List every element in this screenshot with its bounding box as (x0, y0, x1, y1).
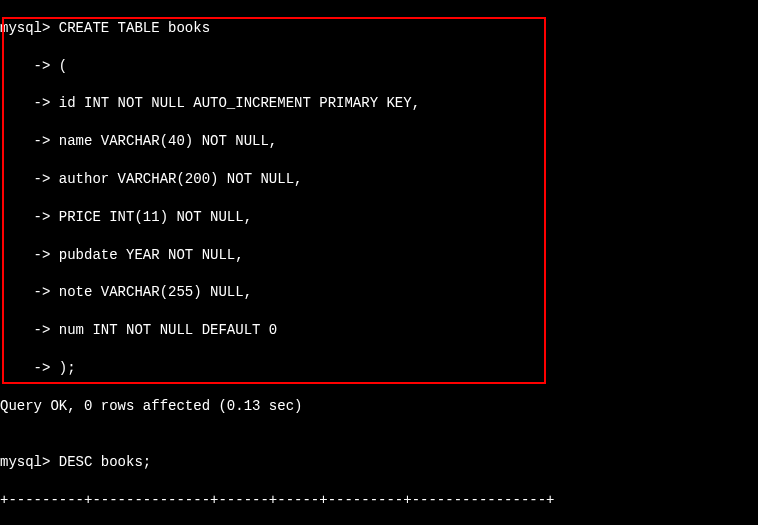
create-table-line: -> id INT NOT NULL AUTO_INCREMENT PRIMAR… (0, 94, 758, 113)
table-separator: +---------+--------------+------+-----+-… (0, 491, 758, 510)
create-table-line: -> name VARCHAR(40) NOT NULL, (0, 132, 758, 151)
query-ok-line: Query OK, 0 rows affected (0.13 sec) (0, 397, 758, 416)
create-table-line: -> note VARCHAR(255) NULL, (0, 283, 758, 302)
mysql-terminal[interactable]: mysql> CREATE TABLE books -> ( -> id INT… (0, 0, 758, 525)
create-table-line: -> ( (0, 57, 758, 76)
create-table-line: -> author VARCHAR(200) NOT NULL, (0, 170, 758, 189)
create-table-line: -> ); (0, 359, 758, 378)
create-table-line: mysql> CREATE TABLE books (0, 19, 758, 38)
create-table-line: -> PRICE INT(11) NOT NULL, (0, 208, 758, 227)
create-table-line: -> num INT NOT NULL DEFAULT 0 (0, 321, 758, 340)
desc-command-line: mysql> DESC books; (0, 453, 758, 472)
create-table-line: -> pubdate YEAR NOT NULL, (0, 246, 758, 265)
